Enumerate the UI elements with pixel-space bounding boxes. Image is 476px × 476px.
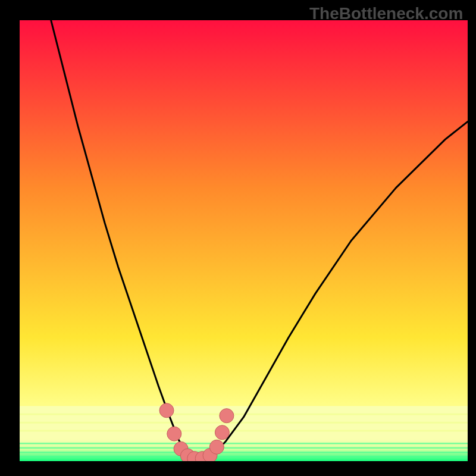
chart-stage: TheBottleneck.com [0,0,476,476]
gradient-background [20,20,468,461]
plot-area [20,20,468,461]
curve-marker [220,409,234,423]
curve-marker [215,425,229,440]
green-band [20,439,468,461]
curve-marker [167,427,181,441]
curve-marker [159,403,174,418]
watermark-text: TheBottleneck.com [309,4,463,23]
curve-marker [209,440,224,454]
